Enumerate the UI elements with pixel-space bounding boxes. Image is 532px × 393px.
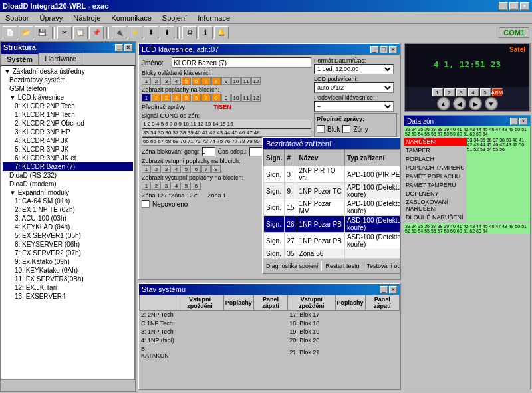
key-1[interactable]: 1: [432, 88, 443, 96]
kbd-btn-act[interactable]: 3: [162, 94, 171, 102]
kbd-btn[interactable]: 1: [142, 77, 151, 85]
tab-hardware[interactable]: Hardware: [39, 53, 82, 65]
close-btn[interactable]: ×: [520, 2, 529, 10]
menu-komunikace[interactable]: Komunikace: [108, 13, 154, 23]
tool-alarm[interactable]: 🔔: [214, 26, 229, 39]
kbd-btn[interactable]: 9: [221, 77, 231, 85]
tree-item[interactable]: ▼ LCD klávesnice: [3, 93, 133, 102]
kbd-btn[interactable]: 12: [251, 94, 261, 102]
device-row[interactable]: Sign. 15 1NP Pozar MV APD-100 (Detektor …: [264, 199, 402, 216]
tree-item[interactable]: 4: KLCDR 4NP JK: [3, 136, 133, 145]
tree-item[interactable]: 7: EX SERVER2 (07h): [3, 249, 133, 257]
devices-table-container[interactable]: Sign. # Název Typ zařízení Sériové číslo…: [263, 149, 401, 259]
tree-item-selected[interactable]: 7: KLCDR Bazen (7): [3, 162, 133, 171]
kbd-btn[interactable]: 11: [241, 94, 251, 102]
dz-min[interactable]: _: [510, 118, 518, 125]
kbd-btn-active[interactable]: 6: [192, 77, 201, 85]
pod-klav-select[interactable]: –: [314, 101, 394, 112]
tree-item[interactable]: 11: EX SERVER3(0Bh): [3, 275, 133, 283]
kbd-btn[interactable]: 12: [251, 77, 261, 85]
tree-item[interactable]: 12: EX.JK Tari: [3, 283, 133, 292]
kbd-btn[interactable]: 9: [221, 94, 231, 102]
struct-close[interactable]: ×: [124, 44, 132, 51]
tree-item[interactable]: 3: KLCDR 3NP HP: [3, 128, 133, 136]
minimize-btn[interactable]: _: [499, 2, 508, 10]
key-3[interactable]: 3: [456, 88, 467, 96]
out-btn[interactable]: 3: [162, 182, 171, 190]
tree-item[interactable]: 0: KLCDR 2NP Tech: [3, 102, 133, 110]
out-btn[interactable]: 5: [182, 182, 191, 190]
kbd-btn-act[interactable]: 5: [182, 94, 191, 102]
sync-btn[interactable]: 3: [162, 165, 171, 173]
tree-item[interactable]: 6: KLCDR 3NP JK et.: [3, 154, 133, 162]
tool-upload[interactable]: ⬆: [160, 26, 174, 39]
key-arm[interactable]: ARM: [492, 88, 503, 96]
restart-test-btn[interactable]: Restart testu: [321, 261, 364, 271]
kbd-btn-act[interactable]: 8: [211, 94, 221, 102]
kbd-btn-act[interactable]: 6: [192, 94, 201, 102]
kbd-btn-sel[interactable]: 1: [142, 94, 151, 102]
out-btn[interactable]: 4: [172, 182, 181, 190]
sync-btn[interactable]: 6: [192, 165, 201, 173]
sync-btn[interactable]: 5: [182, 165, 191, 173]
tool-copy[interactable]: 📋: [73, 26, 88, 39]
device-row[interactable]: Sign. 35 Zóna 56 0000241 3/5/47: [264, 249, 402, 259]
menu-soubor[interactable]: Soubor: [3, 13, 31, 23]
cas-input[interactable]: [249, 147, 263, 156]
device-row[interactable]: Sign. 27 1NP Pozar PB ASD-100 (Detektor …: [264, 233, 402, 249]
state-row[interactable]: B: KATAKON 21: Blok 21: [140, 345, 400, 360]
kbd-btn[interactable]: 4: [172, 77, 181, 85]
state-table-area[interactable]: Vstupní zpožděni Poplachy Panel zápatí V…: [139, 295, 400, 389]
tool-new[interactable]: 📄: [3, 26, 17, 39]
tool-paste[interactable]: 📌: [89, 26, 104, 39]
tool-info[interactable]: ℹ: [198, 26, 213, 39]
tree-item[interactable]: Bezdrátový systém: [3, 76, 133, 84]
tree-item[interactable]: 3: ACU-100 (03h): [3, 214, 133, 223]
tree-item[interactable]: 5: KLCDR 3NP JK: [3, 145, 133, 154]
key-nav-left[interactable]: ◀: [453, 97, 466, 110]
tool-save[interactable]: 💾: [35, 26, 49, 39]
tool-open[interactable]: 📂: [19, 26, 33, 39]
sync-btn[interactable]: 1: [142, 165, 151, 173]
tree-item[interactable]: 9: Ex.Katako (09h): [3, 257, 133, 266]
kbd-row1[interactable]: 1 2 3 4 5 6 7 8 9 10 11 12: [142, 77, 311, 85]
dz-close[interactable]: ×: [519, 118, 527, 125]
sys-close[interactable]: ×: [389, 286, 397, 293]
tool-download[interactable]: ⬇: [144, 26, 158, 39]
tree-item[interactable]: 2: KLCDR 2NP Obchod: [3, 119, 133, 128]
tree-item[interactable]: 2: EX 1 NP TE (02h): [3, 205, 133, 214]
kbd-btn[interactable]: 11: [241, 77, 251, 85]
kbd-btn-active[interactable]: 5: [182, 77, 191, 85]
sync-btn[interactable]: 2: [152, 165, 161, 173]
sync-btn[interactable]: 4: [172, 165, 181, 173]
kbd-btn[interactable]: 2: [152, 77, 161, 85]
state-row[interactable]: C 1NP Tech 18: Blok 18: [140, 319, 400, 328]
kbd-btn[interactable]: 10: [231, 77, 241, 85]
tree-item[interactable]: ▼ Expandní moduly: [3, 188, 133, 197]
key-5[interactable]: 5: [480, 88, 491, 96]
tree-item[interactable]: ▼ Základní deska ústředny: [3, 67, 133, 76]
sync-btn[interactable]: 7: [201, 165, 211, 173]
tree-item[interactable]: DloaD (modem): [3, 180, 133, 188]
lcd-minimize[interactable]: _: [370, 46, 378, 53]
blok-gong-input[interactable]: [202, 147, 215, 156]
out-btn[interactable]: 1: [142, 182, 151, 190]
lcd-pod-select[interactable]: auto 0/1/2: [314, 82, 394, 93]
nepovoleno-checkbox[interactable]: [142, 200, 150, 208]
tree-item[interactable]: 1: CA-64 SM (01h): [3, 197, 133, 205]
tree-item[interactable]: 8: KEYSERVER (06h): [3, 240, 133, 249]
menu-upravy[interactable]: Úpravy: [37, 13, 65, 23]
tree-item[interactable]: 13: EXSERVER4: [3, 292, 133, 301]
zpravy-zony-cb[interactable]: [342, 125, 350, 133]
tree-item[interactable]: 5: EX SERVER1 (05h): [3, 231, 133, 240]
tree-item[interactable]: GSM telefon: [3, 84, 133, 93]
state-row[interactable]: 4: 1NP (biol) 20: Blok 20: [140, 336, 400, 345]
structure-tree[interactable]: ▼ Základní deska ústředny Bezdrátový sys…: [1, 65, 135, 380]
key-4[interactable]: 4: [468, 88, 479, 96]
menu-spojeni[interactable]: Spojení: [160, 13, 190, 23]
state-row[interactable]: 3: 1NP Tech 19: Blok 19: [140, 328, 400, 336]
kbd-btn[interactable]: 3: [162, 77, 171, 85]
sync-btn[interactable]: 8: [211, 165, 221, 173]
tree-item[interactable]: DloaD (RS-232): [3, 171, 133, 180]
kbd-btn[interactable]: 10: [231, 94, 241, 102]
